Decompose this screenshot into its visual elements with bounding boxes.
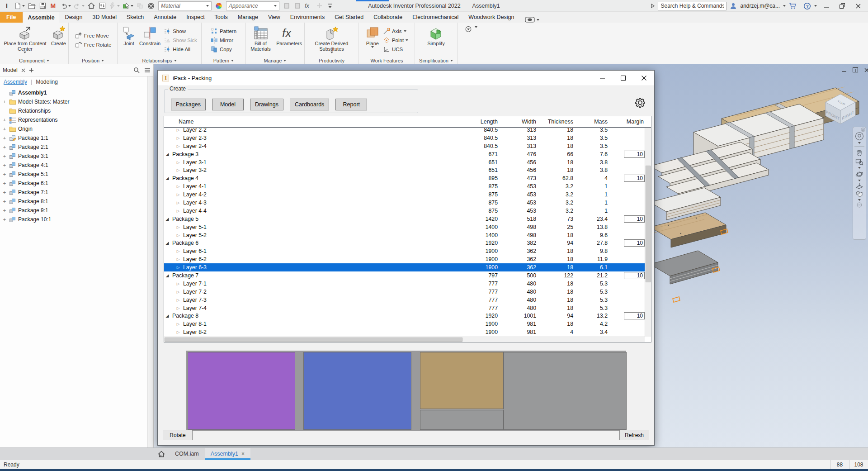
navbar-caret-icon[interactable] — [858, 199, 861, 201]
ribbon-tab-collaborate[interactable]: Collaborate — [368, 12, 407, 23]
table-vertical-scrollbar[interactable] — [645, 128, 651, 337]
expand-triangle-icon[interactable]: ▷ — [176, 257, 180, 262]
table-header[interactable]: NameLengthWidthThicknessMassMargin — [164, 116, 651, 128]
dialog-close-button[interactable] — [633, 71, 654, 86]
expand-triangle-icon[interactable]: ▷ — [176, 184, 180, 189]
navigation-bar[interactable] — [853, 127, 866, 240]
create-button[interactable]: Create — [50, 24, 67, 57]
expand-triangle-icon[interactable]: ▷ — [176, 249, 180, 253]
expand-triangle-icon[interactable]: ▷ — [176, 290, 180, 294]
dialog-title-bar[interactable]: I iPack - Packing — [158, 71, 654, 86]
table-row-package-6[interactable]: ◢Package 619203829427.810 — [164, 239, 651, 247]
ribbon-display-options[interactable] — [458, 23, 477, 64]
preview-block-blue[interactable] — [303, 352, 411, 430]
table-row-layer-7-2[interactable]: ▷Layer 7-2777480185.3 — [164, 288, 651, 296]
tabrow-display-caret-icon[interactable] — [537, 19, 539, 21]
table-horizontal-scrollbar[interactable] — [164, 337, 645, 342]
margin-input[interactable]: 10 — [624, 239, 645, 247]
expand-plus-icon[interactable]: + — [2, 208, 7, 213]
document-tab-assembly1[interactable]: Assembly1× — [205, 448, 250, 460]
table-row-layer-5-2[interactable]: ▷Layer 5-21400498189.6 — [164, 231, 651, 239]
table-row-package-4[interactable]: ◢Package 489547362.8410 — [164, 174, 651, 182]
window-restore-button[interactable] — [836, 1, 849, 11]
table-row-package-3[interactable]: ◢Package 3671476667.610 — [164, 150, 651, 158]
expand-plus-icon[interactable]: + — [2, 190, 7, 195]
inventor-logo-button[interactable]: I — [3, 1, 13, 11]
bill-of-materials-button[interactable]: Bill of Materials — [247, 24, 274, 57]
expand-plus-icon[interactable]: + — [2, 171, 7, 177]
collapse-triangle-icon[interactable]: ◢ — [165, 314, 170, 318]
dropdown-caret-icon[interactable] — [371, 46, 374, 48]
ribbon-tab-file[interactable]: File — [0, 12, 23, 23]
expand-plus-icon[interactable]: + — [2, 153, 7, 159]
table-row-layer-5-1[interactable]: ▷Layer 5-114004982513.8 — [164, 223, 651, 231]
point-button[interactable]: Point — [382, 36, 410, 44]
ribbon-tab-annotate[interactable]: Annotate — [149, 12, 181, 23]
local-update-caret-icon[interactable] — [117, 5, 120, 7]
tree-item-representations[interactable]: +Representations — [2, 115, 153, 124]
store-cart-icon[interactable] — [789, 2, 797, 10]
material-caret-icon[interactable] — [206, 5, 209, 7]
margin-input[interactable]: 10 — [624, 151, 645, 158]
browser-menu-icon[interactable] — [144, 67, 151, 73]
table-row-layer-6-3[interactable]: ▷Layer 6-31900362186.1 — [164, 263, 651, 271]
expand-triangle-icon[interactable]: ▷ — [176, 281, 180, 286]
collapse-triangle-icon[interactable]: ◢ — [165, 241, 170, 245]
clear-appearance-button[interactable] — [292, 1, 302, 11]
expand-plus-icon[interactable]: + — [2, 217, 7, 222]
expand-plus-icon[interactable]: + — [2, 126, 7, 132]
preview-block-purple[interactable] — [188, 352, 295, 430]
view-style-icon[interactable] — [855, 190, 863, 198]
browser-view-modeling[interactable]: Modeling — [36, 79, 58, 85]
ribbon-display-caret-icon[interactable] — [475, 26, 477, 28]
navbar-caret-icon[interactable] — [858, 167, 861, 169]
create-packages-button[interactable]: Packages — [171, 99, 206, 110]
look-at-icon[interactable] — [855, 183, 863, 189]
tree-item-origin[interactable]: +Origin — [2, 124, 153, 133]
dialog-minimize-button[interactable] — [592, 71, 613, 86]
tree-item-package-1-1[interactable]: +Package 1:1 — [2, 133, 153, 143]
expand-triangle-icon[interactable]: ▷ — [176, 225, 180, 229]
undo-button[interactable] — [59, 1, 72, 11]
table-row-layer-3-1[interactable]: ▷Layer 3-1651456183.8 — [164, 158, 651, 167]
search-input[interactable] — [658, 2, 726, 10]
tree-item-package-9-1[interactable]: +Package 9:1 — [2, 206, 153, 215]
window-minimize-button[interactable] — [820, 1, 833, 11]
view-cube[interactable]: TOP FRONT RIGHT — [823, 90, 858, 127]
group-caret-icon[interactable] — [231, 60, 234, 62]
table-row-package-7[interactable]: ◢Package 779750012221.210 — [164, 271, 651, 280]
ribbon-tab-3d-model[interactable]: 3D Model — [88, 12, 122, 23]
mirror-button[interactable]: Mirror — [209, 36, 238, 44]
axis-button[interactable]: Axis — [382, 27, 410, 35]
column-header-thickness[interactable]: Thickness — [537, 119, 574, 125]
fx-button[interactable]: fx — [303, 1, 313, 11]
signed-in-user[interactable]: andrzej.m@ca... — [740, 3, 780, 9]
adjust-appearance-button[interactable] — [282, 1, 292, 11]
nav-wheel-icon[interactable] — [855, 132, 864, 141]
search-expand-icon[interactable] — [651, 4, 655, 8]
browser-add-tab-icon[interactable] — [29, 68, 34, 73]
group-caret-icon[interactable] — [101, 60, 104, 62]
ucs-button[interactable]: UCS — [382, 45, 410, 53]
tree-item-package-4-1[interactable]: +Package 4:1 — [2, 161, 153, 170]
doc-restore-icon[interactable] — [853, 67, 858, 72]
redo-caret-icon[interactable] — [82, 5, 85, 7]
plane-button[interactable]: Plane — [364, 24, 381, 57]
render-wheel-button[interactable] — [146, 1, 156, 11]
expand-triangle-icon[interactable]: ▷ — [176, 209, 180, 213]
margin-input[interactable]: 10 — [624, 312, 645, 319]
expand-plus-icon[interactable]: + — [2, 181, 7, 186]
dropdown-caret-icon[interactable] — [24, 52, 26, 53]
expand-plus-icon[interactable]: + — [2, 117, 7, 123]
group-caret-icon[interactable] — [47, 60, 49, 62]
table-row-layer-2-4[interactable]: ▷Layer 2-4840.5313183.5 — [164, 142, 651, 150]
expand-plus-icon[interactable]: + — [2, 99, 7, 105]
column-header-margin[interactable]: Margin — [623, 119, 645, 125]
table-row-layer-2-3[interactable]: ▷Layer 2-3840.5313183.5 — [164, 134, 651, 142]
tree-item-assembly1[interactable]: Assembly1 — [2, 88, 153, 97]
ribbon-tab-tools[interactable]: Tools — [210, 12, 233, 23]
table-row-layer-8-1[interactable]: ▷Layer 8-11900981184.2 — [164, 320, 651, 328]
expand-triangle-icon[interactable]: ▷ — [176, 200, 180, 205]
column-header-width[interactable]: Width — [499, 119, 537, 125]
expand-plus-icon[interactable]: + — [2, 144, 7, 150]
